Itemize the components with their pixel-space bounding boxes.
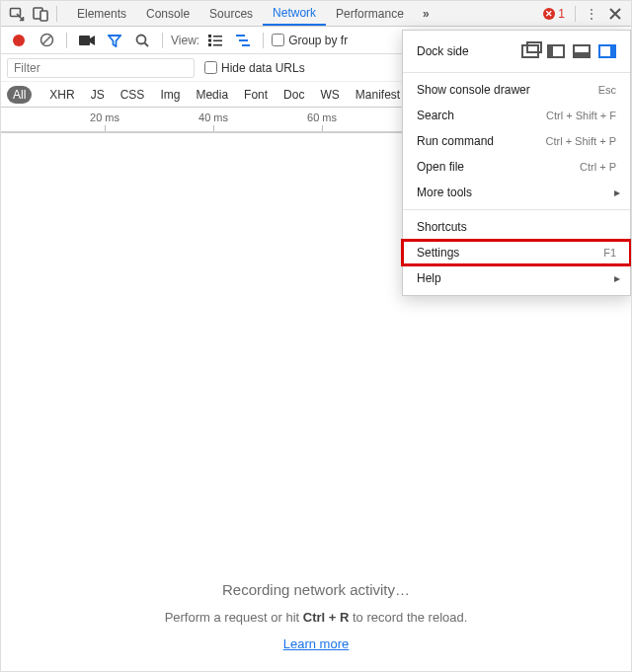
view-list-icon[interactable]	[203, 29, 227, 52]
view-waterfall-icon[interactable]	[231, 29, 255, 52]
separator	[56, 6, 57, 22]
svg-point-5	[137, 35, 146, 43]
menu-show-console-drawer[interactable]: Show console drawerEsc	[403, 77, 630, 103]
error-count: 1	[558, 7, 565, 21]
svg-rect-2	[40, 11, 47, 21]
dock-left-icon[interactable]	[547, 44, 565, 58]
svg-rect-4	[79, 36, 90, 45]
search-icon[interactable]	[130, 29, 154, 52]
more-tabs-icon[interactable]: »	[414, 2, 437, 26]
menu-shortcuts[interactable]: Shortcuts	[403, 214, 630, 240]
type-manifest[interactable]: Manifest	[350, 86, 406, 104]
error-icon: ✕	[543, 8, 555, 20]
inspect-icon[interactable]	[5, 2, 29, 26]
svg-rect-13	[239, 39, 248, 41]
svg-rect-11	[213, 44, 222, 46]
device-toggle-icon[interactable]	[29, 2, 52, 26]
separator	[66, 33, 67, 48]
menu-more-tools[interactable]: More tools▸	[403, 180, 630, 205]
camera-icon[interactable]	[75, 29, 99, 52]
menu-open-file[interactable]: Open fileCtrl + P	[403, 154, 630, 180]
empty-state: Recording network activity… Perform a re…	[1, 415, 631, 651]
type-font[interactable]: Font	[238, 86, 274, 104]
menu-settings[interactable]: SettingsF1	[403, 240, 630, 265]
empty-title: Recording network activity…	[222, 581, 410, 598]
group-by-frame-checkbox[interactable]: Group by fr	[272, 34, 348, 47]
type-all[interactable]: All	[7, 86, 32, 104]
dock-undock-icon[interactable]	[521, 44, 539, 58]
type-xhr[interactable]: XHR	[43, 86, 80, 104]
type-img[interactable]: Img	[154, 86, 186, 104]
learn-more-link[interactable]: Learn more	[283, 636, 349, 651]
timeline-tick: 40 ms	[198, 112, 228, 123]
panel-tabs: Elements Console Sources Network Perform…	[67, 1, 414, 26]
view-label: View:	[171, 34, 199, 47]
svg-rect-7	[213, 36, 222, 37]
kebab-menu-icon[interactable]: ⋮	[580, 2, 603, 26]
dock-right-icon[interactable]	[598, 44, 616, 58]
svg-rect-6	[208, 35, 211, 37]
menu-search[interactable]: SearchCtrl + Shift + F	[403, 103, 630, 128]
menu-help[interactable]: Help▸	[403, 265, 630, 291]
tab-network[interactable]: Network	[263, 1, 326, 26]
main-menu: Dock side Show console drawerEsc SearchC…	[402, 30, 631, 296]
clear-button[interactable]	[35, 29, 58, 52]
separator	[263, 33, 264, 48]
type-media[interactable]: Media	[190, 86, 234, 104]
error-badge[interactable]: ✕ 1	[543, 7, 565, 21]
close-icon[interactable]	[603, 2, 627, 26]
svg-rect-8	[208, 38, 211, 41]
separator	[575, 6, 576, 22]
hide-data-urls-checkbox[interactable]: Hide data URLs	[204, 61, 305, 75]
filter-toggle-icon[interactable]	[103, 29, 126, 52]
type-ws[interactable]: WS	[314, 86, 345, 104]
separator	[162, 33, 163, 48]
record-button[interactable]	[7, 29, 31, 52]
hide-data-urls-label: Hide data URLs	[221, 61, 305, 75]
svg-rect-10	[208, 43, 211, 46]
filter-input[interactable]	[7, 58, 195, 78]
chevron-right-icon: ▸	[614, 271, 620, 285]
tab-performance[interactable]: Performance	[326, 1, 414, 26]
dock-bottom-icon[interactable]	[573, 44, 591, 58]
chevron-right-icon: ▸	[614, 186, 620, 199]
tab-elements[interactable]: Elements	[67, 1, 136, 26]
dock-side-label: Dock side	[417, 44, 521, 58]
tab-sources[interactable]: Sources	[199, 1, 263, 26]
group-by-frame-label: Group by fr	[288, 34, 348, 47]
svg-rect-9	[213, 39, 222, 41]
timeline-tick: 20 ms	[90, 112, 119, 123]
type-js[interactable]: JS	[85, 86, 111, 104]
type-doc[interactable]: Doc	[277, 86, 310, 104]
timeline-tick: 60 ms	[307, 112, 337, 123]
svg-rect-14	[242, 44, 250, 46]
svg-rect-12	[236, 35, 245, 37]
empty-subtitle: Perform a request or hit Ctrl + R to rec…	[165, 610, 468, 625]
menu-run-command[interactable]: Run commandCtrl + Shift + P	[403, 128, 630, 154]
type-css[interactable]: CSS	[115, 86, 151, 104]
tab-console[interactable]: Console	[136, 1, 199, 26]
